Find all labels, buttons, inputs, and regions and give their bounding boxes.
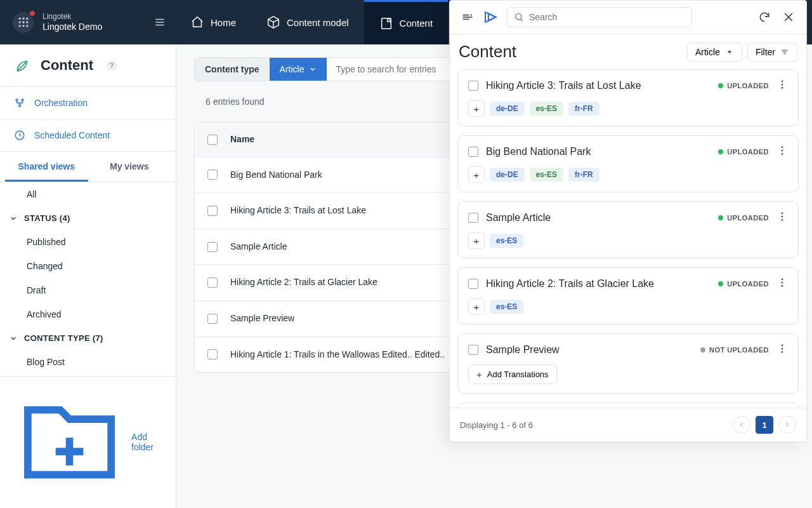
pagination-text: Displaying 1 - 6 of 6 [460,420,533,430]
status-head-label: STATUS (4) [24,213,70,223]
svg-point-4 [22,21,24,23]
sidebar-scroll[interactable]: All STATUS (4) Published Changed Draft A… [0,182,176,376]
tree-head-content-type[interactable]: CONTENT TYPE (7) [0,326,176,350]
tree-status-published[interactable]: Published [0,230,176,254]
view-tabs: Shared views My views [0,152,176,182]
nav-label: Content [400,18,433,29]
translation-panel: Content Article Filter Hiking Article 3:… [449,0,807,442]
close-button[interactable] [780,8,797,26]
card-checkbox[interactable] [468,81,478,91]
panel-controls: Content Article Filter [450,34,806,69]
sidebar: Content ? Orchestration Scheduled Conten… [0,44,176,508]
card-checkbox[interactable] [468,213,478,223]
svg-point-23 [516,14,521,20]
status-badge: UPLOADED [718,214,769,222]
next-page-button[interactable] [778,416,796,434]
card-menu-button[interactable] [776,343,788,357]
panel-body[interactable]: Hiking Article 3: Trails at Lost LakeUPL… [450,69,806,408]
card-title[interactable]: Sample Article [486,212,710,224]
locale-chip[interactable]: de-DE [490,102,525,116]
svg-point-3 [18,21,20,23]
tab-shared-views[interactable]: Shared views [5,152,88,182]
locale-chip[interactable]: fr-FR [568,102,599,116]
panel-search-input[interactable] [528,11,685,23]
add-folder-link[interactable]: Add folder [0,376,176,508]
tree-head-status[interactable]: STATUS (4) [0,206,176,230]
svg-point-7 [22,25,24,27]
card-checkbox[interactable] [468,279,478,289]
card-menu-button[interactable] [776,145,788,159]
row-checkbox[interactable] [207,314,218,324]
select-all-checkbox[interactable] [207,135,218,145]
card-title[interactable]: Hiking Article 2: Trails at Glacier Lake [486,278,710,290]
card-title[interactable]: Big Bend National Park [486,146,710,157]
tree-status-archived[interactable]: Archived [0,302,176,326]
locale-chip[interactable]: de-DE [490,168,525,182]
locale-chip[interactable]: es-ES [530,168,563,182]
panel-search-box[interactable] [507,7,692,27]
tree-status-changed[interactable]: Changed [0,254,176,278]
prev-page-button[interactable] [733,416,750,434]
card-checkbox[interactable] [468,345,478,355]
nav-content-model[interactable]: Content model [251,0,364,44]
ct-head-label: CONTENT TYPE (7) [24,333,103,343]
card-menu-button[interactable] [776,211,788,225]
row-checkbox[interactable] [207,170,218,180]
app-switcher-icon[interactable] [13,12,34,33]
card-menu-button[interactable] [776,79,788,93]
nav-label: Content model [287,17,349,28]
tab-my-views[interactable]: My views [88,152,171,182]
help-icon[interactable]: ? [106,60,117,71]
tree-all[interactable]: All [0,182,176,206]
tree-ct-person[interactable]: Person [0,374,176,376]
filter-button[interactable]: Filter [747,43,797,62]
svg-point-5 [26,21,28,23]
card-title[interactable]: Sample Preview [486,344,693,356]
locale-chip[interactable]: es-ES [490,234,523,248]
card-title[interactable]: Hiking Article 3: Trails at Lost Lake [486,80,710,91]
svg-point-33 [782,87,783,89]
add-locale-button[interactable]: + [468,100,485,117]
search-icon [514,12,524,22]
brand: Lingotek Lingotek Demo [0,0,145,44]
add-locale-button[interactable]: + [468,298,485,315]
svg-point-44 [782,348,783,350]
chevron-down-icon [9,334,18,343]
refresh-button[interactable] [756,8,773,26]
locale-chip[interactable]: es-ES [530,102,563,116]
svg-point-40 [782,278,783,280]
card-menu-button[interactable] [776,277,788,291]
panel-toggle-icon[interactable] [459,8,476,26]
add-locale-button[interactable]: + [468,166,485,183]
tree-ct-blog-post[interactable]: Blog Post [0,350,176,374]
panel-card: Big Bend National ParkUPLOADED+de-DEes-E… [457,135,799,192]
locale-chip[interactable]: fr-FR [568,168,599,182]
svg-point-35 [782,150,783,152]
row-checkbox[interactable] [207,349,218,359]
add-translations-button[interactable]: +Add Translations [468,364,557,384]
row-checkbox[interactable] [207,242,218,252]
row-checkbox[interactable] [207,206,218,216]
card-checkbox[interactable] [468,147,478,157]
panel-footer: Displaying 1 - 6 of 6 1 [450,408,806,441]
svg-point-37 [782,212,783,214]
page-1-button[interactable]: 1 [756,416,773,434]
scheduled-link[interactable]: Scheduled Content [0,119,176,152]
nav-content[interactable]: Content [364,0,449,44]
sidebar-title: Content ? [0,44,176,87]
nav-home[interactable]: Home [175,0,251,44]
row-checkbox[interactable] [207,277,218,288]
svg-point-41 [782,282,783,284]
orchestration-link[interactable]: Orchestration [0,87,176,119]
svg-point-32 [782,84,783,86]
sidebar-toggle[interactable] [145,0,175,44]
add-locale-button[interactable]: + [468,232,485,249]
status-badge: UPLOADED [718,82,769,90]
scope-dropdown[interactable]: Article [687,43,742,62]
scheduled-label: Scheduled Content [34,130,110,140]
locale-chip[interactable]: es-ES [490,300,523,314]
panel-card: Hiking Article 3: Trails at Lost LakeUPL… [457,69,799,126]
filter-icon [780,48,789,57]
tree-status-draft[interactable]: Draft [0,278,176,302]
filter-value-button[interactable]: Article [270,58,327,81]
